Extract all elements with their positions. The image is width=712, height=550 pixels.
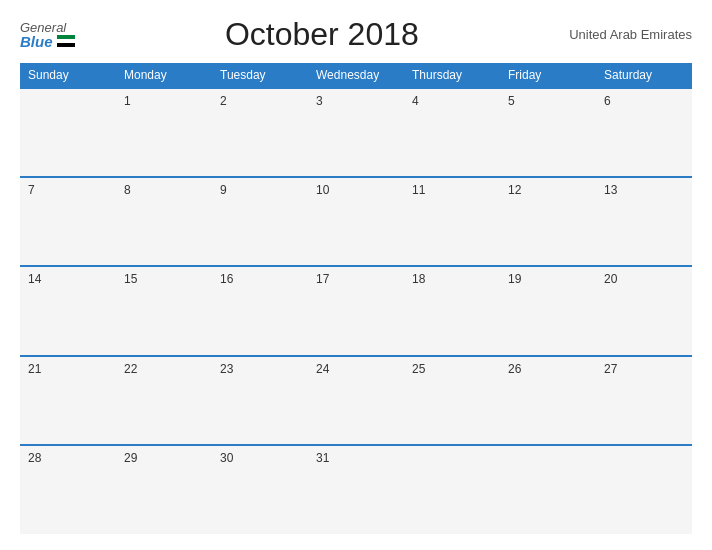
page-header: General Blue October 2018 United Arab Em… bbox=[20, 16, 692, 53]
calendar-day-17: 17 bbox=[308, 266, 404, 355]
calendar-day-8: 8 bbox=[116, 177, 212, 266]
calendar-day-27: 27 bbox=[596, 356, 692, 445]
calendar-day-7: 7 bbox=[20, 177, 116, 266]
calendar-day-24: 24 bbox=[308, 356, 404, 445]
calendar-table: SundayMondayTuesdayWednesdayThursdayFrid… bbox=[20, 63, 692, 534]
calendar-day-empty bbox=[500, 445, 596, 534]
weekday-header-monday: Monday bbox=[116, 63, 212, 88]
calendar-title: October 2018 bbox=[75, 16, 570, 53]
country-label: United Arab Emirates bbox=[569, 27, 692, 42]
calendar-day-13: 13 bbox=[596, 177, 692, 266]
weekday-header-friday: Friday bbox=[500, 63, 596, 88]
calendar-day-9: 9 bbox=[212, 177, 308, 266]
calendar-day-empty bbox=[596, 445, 692, 534]
calendar-day-28: 28 bbox=[20, 445, 116, 534]
calendar-day-14: 14 bbox=[20, 266, 116, 355]
calendar-day-21: 21 bbox=[20, 356, 116, 445]
calendar-day-20: 20 bbox=[596, 266, 692, 355]
calendar-week-row: 78910111213 bbox=[20, 177, 692, 266]
calendar-day-29: 29 bbox=[116, 445, 212, 534]
logo-flag-icon bbox=[57, 35, 75, 47]
calendar-day-1: 1 bbox=[116, 88, 212, 177]
calendar-day-4: 4 bbox=[404, 88, 500, 177]
calendar-day-6: 6 bbox=[596, 88, 692, 177]
logo: General Blue bbox=[20, 21, 75, 49]
calendar-day-10: 10 bbox=[308, 177, 404, 266]
calendar-week-row: 14151617181920 bbox=[20, 266, 692, 355]
calendar-day-18: 18 bbox=[404, 266, 500, 355]
calendar-day-5: 5 bbox=[500, 88, 596, 177]
logo-general-text: General bbox=[20, 21, 66, 34]
calendar-day-16: 16 bbox=[212, 266, 308, 355]
calendar-day-25: 25 bbox=[404, 356, 500, 445]
logo-blue-text: Blue bbox=[20, 34, 75, 49]
calendar-day-11: 11 bbox=[404, 177, 500, 266]
calendar-week-row: 21222324252627 bbox=[20, 356, 692, 445]
weekday-header-sunday: Sunday bbox=[20, 63, 116, 88]
weekday-header-saturday: Saturday bbox=[596, 63, 692, 88]
weekday-header-row: SundayMondayTuesdayWednesdayThursdayFrid… bbox=[20, 63, 692, 88]
calendar-week-row: 28293031 bbox=[20, 445, 692, 534]
calendar-day-2: 2 bbox=[212, 88, 308, 177]
weekday-header-tuesday: Tuesday bbox=[212, 63, 308, 88]
calendar-day-26: 26 bbox=[500, 356, 596, 445]
calendar-day-30: 30 bbox=[212, 445, 308, 534]
calendar-day-31: 31 bbox=[308, 445, 404, 534]
calendar-week-row: 123456 bbox=[20, 88, 692, 177]
calendar-day-19: 19 bbox=[500, 266, 596, 355]
weekday-header-wednesday: Wednesday bbox=[308, 63, 404, 88]
calendar-day-22: 22 bbox=[116, 356, 212, 445]
calendar-day-12: 12 bbox=[500, 177, 596, 266]
calendar-day-empty bbox=[404, 445, 500, 534]
calendar-day-15: 15 bbox=[116, 266, 212, 355]
weekday-header-thursday: Thursday bbox=[404, 63, 500, 88]
calendar-day-empty bbox=[20, 88, 116, 177]
calendar-day-23: 23 bbox=[212, 356, 308, 445]
calendar-day-3: 3 bbox=[308, 88, 404, 177]
